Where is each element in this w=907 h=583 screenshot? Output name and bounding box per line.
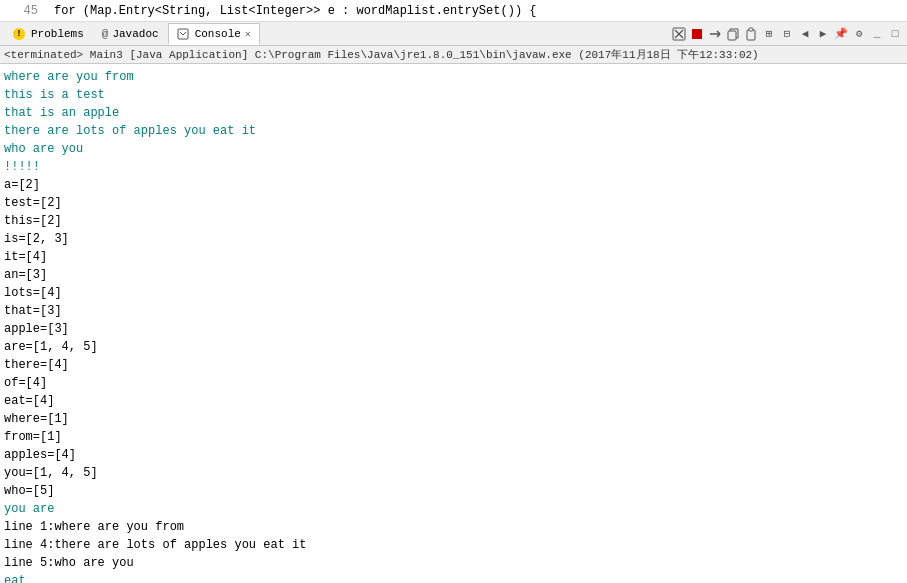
clear-console-button[interactable] [671, 26, 687, 42]
console-line: line 5:who are you [4, 554, 903, 572]
tab-problems[interactable]: ! Problems [4, 23, 93, 45]
expand-button[interactable]: ⊞ [761, 26, 777, 42]
console-line: lots=[4] [4, 284, 903, 302]
svg-rect-4 [692, 29, 702, 39]
console-line: an=[3] [4, 266, 903, 284]
console-line: you are [4, 500, 903, 518]
console-line: this is a test [4, 86, 903, 104]
disconnect-button[interactable] [707, 26, 723, 42]
line-number: 45 [8, 4, 38, 18]
toolbar-buttons: ⊞ ⊟ ◀ ▶ 📌 ⚙ _ □ [671, 26, 903, 42]
terminate-button[interactable] [689, 26, 705, 42]
svg-rect-0 [178, 29, 188, 39]
svg-rect-10 [749, 28, 753, 31]
console-line: line 1:where are you from [4, 518, 903, 536]
copy-button[interactable] [725, 26, 741, 42]
console-line: apple=[3] [4, 320, 903, 338]
console-line: that=[3] [4, 302, 903, 320]
console-line: there are lots of apples you eat it [4, 122, 903, 140]
console-line: from=[1] [4, 428, 903, 446]
console-icon [177, 27, 191, 39]
console-line: eat=[4] [4, 392, 903, 410]
javadoc-icon: @ [102, 28, 109, 40]
status-line: <terminated> Main3 [Java Application] C:… [0, 46, 907, 64]
console-line: is=[2, 3] [4, 230, 903, 248]
next-button[interactable]: ▶ [815, 26, 831, 42]
warning-icon: ! [13, 28, 25, 40]
console-line: there=[4] [4, 356, 903, 374]
tab-problems-label: Problems [31, 28, 84, 40]
status-text: <terminated> Main3 [Java Application] C:… [4, 47, 759, 62]
console-line: are=[1, 4, 5] [4, 338, 903, 356]
prev-button[interactable]: ◀ [797, 26, 813, 42]
tab-bar: ! Problems @ Javadoc Console ✕ [0, 22, 907, 46]
code-editor-line: 45 for (Map.Entry<String, List<Integer>>… [0, 0, 907, 22]
console-line: who are you [4, 140, 903, 158]
code-text: for (Map.Entry<String, List<Integer>> e … [54, 4, 536, 18]
console-line: apples=[4] [4, 446, 903, 464]
pin-button[interactable]: 📌 [833, 26, 849, 42]
console-line: you=[1, 4, 5] [4, 464, 903, 482]
paste-button[interactable] [743, 26, 759, 42]
console-line: of=[4] [4, 374, 903, 392]
tab-javadoc[interactable]: @ Javadoc [93, 23, 168, 45]
console-line: where=[1] [4, 410, 903, 428]
console-line: where are you from [4, 68, 903, 86]
console-line: test=[2] [4, 194, 903, 212]
svg-rect-8 [728, 31, 736, 40]
console-line: !!!!! [4, 158, 903, 176]
tab-console-label: Console [195, 28, 241, 40]
tab-console[interactable]: Console ✕ [168, 23, 260, 45]
console-output[interactable]: where are you fromthis is a testthat is … [0, 64, 907, 583]
minimize-button[interactable]: _ [869, 26, 885, 42]
console-line: it=[4] [4, 248, 903, 266]
console-line: eat [4, 572, 903, 583]
settings-button[interactable]: ⚙ [851, 26, 867, 42]
console-line: that is an apple [4, 104, 903, 122]
maximize-button[interactable]: □ [887, 26, 903, 42]
collapse-button[interactable]: ⊟ [779, 26, 795, 42]
console-line: a=[2] [4, 176, 903, 194]
console-line: line 4:there are lots of apples you eat … [4, 536, 903, 554]
console-line: who=[5] [4, 482, 903, 500]
console-line: this=[2] [4, 212, 903, 230]
tab-javadoc-label: Javadoc [112, 28, 158, 40]
tab-console-close[interactable]: ✕ [245, 28, 251, 40]
